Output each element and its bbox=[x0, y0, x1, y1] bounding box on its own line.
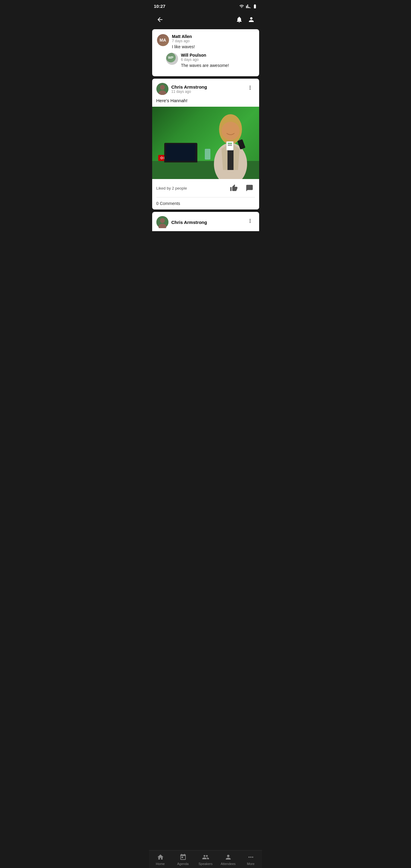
nav-tab-speakers-label: Speakers bbox=[198, 862, 213, 866]
comment-time-will: 6 days ago bbox=[181, 58, 254, 62]
bottom-nav: Home Agenda Speakers Attendees More bbox=[149, 850, 262, 868]
comment-thread-card: MA Matt Allen 7 days ago I like waves! W… bbox=[152, 29, 259, 76]
partial-author-name: Chris Armstrong bbox=[171, 220, 207, 225]
post-header: Chris Armstrong 11 days ago bbox=[152, 79, 259, 98]
nav-tab-agenda-label: Agenda bbox=[177, 862, 189, 866]
comment-time-matt: 7 days ago bbox=[172, 39, 254, 43]
action-icons bbox=[228, 183, 255, 193]
comment-button[interactable] bbox=[244, 183, 255, 193]
top-nav bbox=[149, 11, 262, 29]
nav-tab-speakers[interactable]: Speakers bbox=[194, 850, 217, 868]
chris2-avatar-svg bbox=[156, 216, 168, 228]
post-time: 11 days ago bbox=[171, 90, 207, 94]
nav-tab-home[interactable]: Home bbox=[149, 850, 172, 868]
comment-author-matt: Matt Allen bbox=[172, 34, 254, 39]
more-dots-icon bbox=[247, 85, 253, 91]
back-button[interactable] bbox=[154, 13, 166, 26]
comment-body-matt: Matt Allen 7 days ago I like waves! bbox=[172, 34, 254, 49]
comment-will: WP Will Poulson 6 days ago The waves are… bbox=[166, 53, 254, 68]
status-bar: 10:27 bbox=[149, 0, 262, 11]
status-time: 10:27 bbox=[154, 4, 165, 9]
post-author-name: Chris Armstrong bbox=[171, 84, 207, 90]
post-author-row: Chris Armstrong 11 days ago bbox=[156, 83, 207, 95]
partial-author-row: Chris Armstrong bbox=[156, 216, 207, 228]
profile-button[interactable] bbox=[245, 13, 257, 26]
person-icon bbox=[248, 16, 255, 23]
like-button[interactable] bbox=[228, 183, 239, 193]
laptop bbox=[164, 143, 197, 162]
nav-tab-more[interactable]: More bbox=[240, 850, 262, 868]
comments-count: 0 Comments bbox=[152, 197, 259, 210]
comment-body-will: Will Poulson 6 days ago The waves are aw… bbox=[181, 53, 254, 68]
attendees-icon bbox=[224, 854, 232, 861]
avatar-chris bbox=[156, 83, 168, 95]
back-icon bbox=[156, 16, 164, 23]
signal-icon bbox=[246, 4, 251, 9]
laptop-screen bbox=[166, 144, 195, 161]
post-more-button[interactable] bbox=[245, 83, 255, 93]
chat-icon bbox=[246, 184, 253, 192]
post-image: ON AIR bbox=[152, 107, 259, 179]
hannah-scene: ON AIR bbox=[152, 107, 259, 179]
home-icon bbox=[157, 854, 164, 861]
thumbs-up-icon bbox=[230, 184, 238, 192]
partial-post-header: Chris Armstrong bbox=[152, 212, 259, 231]
battery-icon bbox=[253, 4, 257, 9]
avatar-will: WP bbox=[166, 53, 178, 65]
comment-text-will: The waves are awesome! bbox=[181, 63, 254, 68]
nav-tab-agenda[interactable]: Agenda bbox=[172, 850, 194, 868]
post-card-partial: Chris Armstrong bbox=[152, 212, 259, 231]
comment-author-will: Will Poulson bbox=[181, 53, 254, 58]
svg-point-5 bbox=[221, 122, 240, 140]
chris-avatar-svg bbox=[156, 83, 168, 95]
nav-tab-more-label: More bbox=[247, 862, 254, 866]
nav-tab-attendees[interactable]: Attendees bbox=[217, 850, 240, 868]
post-card-chris-hannah: Chris Armstrong 11 days ago Here's Hanna… bbox=[152, 79, 259, 210]
bell-icon bbox=[235, 16, 243, 23]
comment-matt: MA Matt Allen 7 days ago I like waves! bbox=[157, 34, 254, 49]
svg-point-1 bbox=[160, 85, 165, 90]
more-icon bbox=[247, 854, 254, 861]
avatar-chris2 bbox=[156, 216, 168, 228]
post-author-info: Chris Armstrong 11 days ago bbox=[171, 84, 207, 94]
partial-author-info: Chris Armstrong bbox=[171, 220, 207, 225]
nav-tab-attendees-label: Attendees bbox=[221, 862, 235, 866]
feed: MA Matt Allen 7 days ago I like waves! W… bbox=[149, 29, 262, 258]
badge bbox=[226, 141, 233, 150]
svg-point-7 bbox=[160, 218, 165, 223]
post-text: Here's Hannah! bbox=[152, 98, 259, 107]
post-actions: Liked by 2 people bbox=[152, 179, 259, 197]
avatar-matt: MA bbox=[157, 34, 169, 46]
speakers-icon bbox=[202, 854, 209, 861]
status-icons bbox=[239, 4, 257, 9]
partial-more-dots-icon bbox=[247, 218, 253, 224]
wifi-icon bbox=[239, 4, 244, 9]
nav-tab-home-label: Home bbox=[156, 862, 164, 866]
liked-by-text: Liked by 2 people bbox=[156, 186, 187, 190]
partial-more-button[interactable] bbox=[245, 216, 255, 226]
notifications-button[interactable] bbox=[233, 13, 245, 26]
agenda-icon bbox=[179, 854, 187, 861]
comment-text-matt: I like waves! bbox=[172, 44, 254, 49]
